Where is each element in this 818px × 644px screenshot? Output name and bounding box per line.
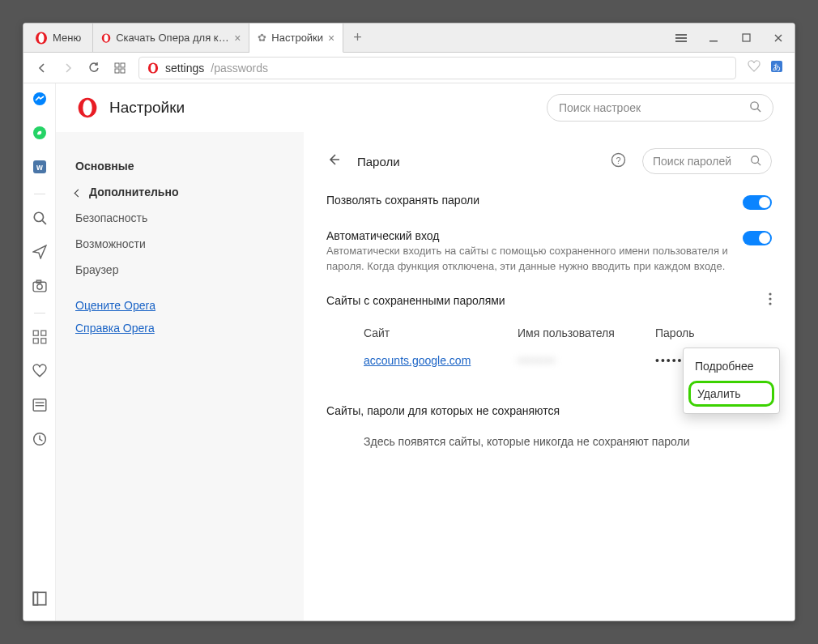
section-more-button[interactable]: [769, 292, 772, 309]
expand-rail-icon[interactable]: [32, 591, 47, 609]
svg-point-40: [752, 156, 759, 163]
camera-icon[interactable]: [32, 279, 47, 296]
tab-label: Скачать Опера для комп...: [116, 32, 229, 44]
svg-rect-25: [33, 331, 38, 335]
menu-details[interactable]: Подробнее: [684, 353, 779, 379]
saved-passwords-table: Сайт Имя пользователя Пароль accounts.go…: [326, 326, 772, 367]
window-panel-button[interactable]: [665, 34, 697, 42]
row-context-menu: Подробнее Удалить: [683, 348, 780, 414]
opera-logo-icon: [147, 62, 159, 74]
sidebar-item-advanced[interactable]: Дополнительно: [75, 179, 284, 205]
sidebar-item-features[interactable]: Возможности: [75, 231, 284, 257]
translate-icon[interactable]: あ: [770, 60, 783, 76]
svg-rect-33: [33, 592, 45, 604]
auto-login-toggle[interactable]: [743, 231, 772, 245]
heart-rail-icon[interactable]: [32, 364, 47, 382]
tab-settings[interactable]: ✿ Настройки ×: [249, 23, 343, 53]
sidebar-item-browser[interactable]: Браузер: [75, 257, 284, 283]
gear-icon: ✿: [258, 32, 266, 44]
titlebar: Меню Скачать Опера для комп... × ✿ Настр…: [23, 23, 795, 53]
settings-sidebar: Основные Дополнительно Безопасность Возм…: [56, 132, 304, 621]
svg-rect-4: [675, 34, 687, 36]
minimize-button[interactable]: [697, 33, 730, 43]
menu-label: Меню: [53, 32, 81, 44]
col-site: Сайт: [364, 326, 509, 339]
window-controls: [665, 23, 795, 52]
rail-divider: [34, 194, 45, 194]
news-icon[interactable]: [32, 398, 47, 416]
settings-search[interactable]: Поиск настроек: [547, 94, 773, 122]
tab-close-button[interactable]: ×: [328, 32, 334, 45]
sidebar-item-security[interactable]: Безопасность: [75, 205, 284, 231]
grid-icon[interactable]: [32, 330, 47, 348]
svg-rect-7: [709, 41, 718, 42]
settings-search-placeholder: Поиск настроек: [559, 101, 641, 114]
saved-passwords-title: Сайты с сохраненными паролями: [326, 294, 505, 307]
passwords-page: Пароли ? Поиск паролей Позволять сохраня…: [304, 132, 795, 621]
svg-rect-31: [35, 405, 44, 406]
auto-login-desc: Автоматически входить на сайты с помощью…: [326, 244, 728, 275]
sidebar-item-basic[interactable]: Основные: [75, 153, 284, 179]
back-button[interactable]: [326, 152, 341, 170]
opera-logo-icon: [77, 97, 98, 118]
col-user: Имя пользователя: [518, 326, 647, 339]
settings-body: Основные Дополнительно Безопасность Возм…: [56, 132, 795, 621]
svg-point-37: [751, 101, 758, 109]
svg-point-36: [83, 100, 92, 116]
address-input[interactable]: settings/passwords: [138, 57, 736, 79]
svg-rect-11: [115, 69, 119, 73]
left-rail: w: [23, 83, 56, 621]
username-value: ••••••••: [518, 354, 556, 367]
sidebar-link-rate[interactable]: Оцените Opera: [75, 294, 156, 317]
passwords-heading: Пароли: [357, 155, 400, 168]
svg-point-3: [104, 34, 109, 41]
svg-rect-30: [35, 402, 44, 403]
browser-window: Меню Скачать Опера для комп... × ✿ Настр…: [23, 23, 795, 621]
speed-dial-button[interactable]: [113, 61, 127, 75]
passwords-header: Пароли ? Поиск паролей: [326, 148, 772, 174]
search-icon[interactable]: [32, 211, 47, 228]
passwords-search[interactable]: Поиск паролей: [642, 148, 772, 174]
svg-rect-34: [33, 592, 37, 604]
svg-point-21: [34, 212, 43, 221]
site-link[interactable]: accounts.google.com: [364, 354, 471, 367]
messenger-icon[interactable]: [32, 92, 47, 109]
settings-header: Настройки Поиск настроек: [56, 83, 795, 132]
menu-delete[interactable]: Удалить: [688, 381, 774, 407]
new-tab-button[interactable]: +: [343, 23, 372, 52]
auto-login-title: Автоматический вход: [326, 228, 728, 244]
svg-rect-28: [40, 339, 45, 343]
allow-save-label: Позволять сохранять пароли: [326, 192, 728, 208]
nav-forward-button[interactable]: [61, 61, 75, 75]
svg-text:w: w: [36, 163, 43, 172]
history-icon[interactable]: [32, 432, 47, 450]
heart-icon[interactable]: [748, 60, 760, 76]
svg-point-1: [39, 33, 45, 43]
sidebar-link-help[interactable]: Справка Opera: [75, 317, 155, 339]
nav-back-button[interactable]: [35, 61, 49, 75]
passwords-search-placeholder: Поиск паролей: [653, 155, 731, 168]
settings-title: Настройки: [109, 99, 185, 117]
address-bar: settings/passwords あ: [23, 53, 795, 83]
close-window-button[interactable]: [762, 33, 795, 43]
settings-area: Настройки Поиск настроек Основные Дополн…: [56, 83, 795, 621]
allow-save-toggle[interactable]: [743, 195, 772, 210]
svg-rect-9: [115, 63, 119, 67]
password-row[interactable]: accounts.google.com •••••••• •••••••••••…: [364, 354, 772, 367]
tab-opera-download[interactable]: Скачать Опера для комп... ×: [93, 23, 249, 52]
svg-point-43: [769, 302, 771, 305]
reload-button[interactable]: [87, 61, 101, 75]
whatsapp-icon[interactable]: [32, 126, 47, 143]
help-icon[interactable]: ?: [611, 152, 626, 171]
svg-point-14: [151, 63, 156, 72]
vk-icon[interactable]: w: [32, 160, 47, 177]
address-path-prefix: settings: [165, 62, 204, 75]
auto-login-row: Автоматический вход Автоматически входит…: [326, 228, 772, 275]
opera-menu-button[interactable]: Меню: [23, 23, 93, 52]
send-icon[interactable]: [32, 245, 47, 262]
chevron-down-icon: [75, 186, 84, 198]
tab-close-button[interactable]: ×: [234, 32, 241, 45]
content-area: w Настройки Поиск настроек: [23, 83, 795, 621]
svg-rect-27: [33, 339, 38, 343]
maximize-button[interactable]: [730, 33, 762, 42]
